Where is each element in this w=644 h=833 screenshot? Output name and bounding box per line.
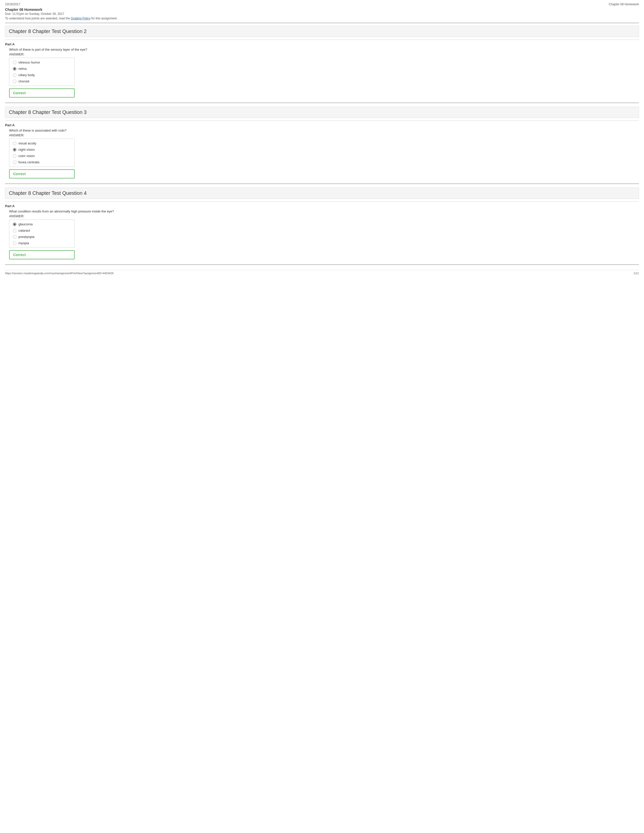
part-label-2: Part A [5,123,639,127]
assignment-title: Chapter 08 Homework [5,8,639,11]
date-label: 10/19/2017 [5,3,20,6]
radio-1-1[interactable] [13,61,16,64]
choice-label-2-4: fovea centralis [18,160,40,164]
choice-label-3-3: presbyopia [18,235,35,239]
choice-item-1-2[interactable]: retina [13,67,71,71]
choice-label-1-4: choroid [18,79,29,83]
radio-3-1[interactable] [13,223,16,226]
question-text-3: What condition results from an abnormall… [9,209,639,213]
question-title-1: Chapter 8 Chapter Test Question 2 [5,26,639,37]
question-block-1: Chapter 8 Chapter Test Question 2Part AW… [5,26,639,98]
choice-label-2-3: color vision [18,154,35,158]
answer-label-1: ANSWER: [9,52,639,56]
choice-label-3-4: myopia [18,241,29,245]
grading-policy-line: To understand how points are awarded, re… [5,17,639,20]
radio-2-4[interactable] [13,161,16,164]
choice-label-1-3: ciliary body [18,73,35,77]
grading-text-before: To understand how points are awarded, re… [5,17,71,20]
top-divider [5,23,639,23]
grading-policy-link[interactable]: Grading Policy [71,17,90,20]
question-text-1: Which of these is part of the sensory la… [9,48,639,51]
due-date: Due: 11:51pm on Sunday, October 29, 2017 [5,12,639,16]
question-divider-3 [5,201,639,202]
question-title-3: Chapter 8 Chapter Test Question 4 [5,188,639,199]
question-block-2: Chapter 8 Chapter Test Question 3Part AW… [5,107,639,178]
answer-label-2: ANSWER: [9,133,639,137]
choice-item-1-1[interactable]: vitreous humor [13,61,71,64]
choice-label-1-2: retina [18,67,27,71]
choice-label-2-1: visual acuity [18,142,36,145]
choice-label-3-1: glaucoma [18,222,32,226]
choice-item-2-4[interactable]: fovea centralis [13,160,71,164]
choice-item-3-4[interactable]: myopia [13,241,71,245]
footer-page: 1/11 [634,272,639,275]
radio-3-2[interactable] [13,229,16,232]
question-block-3: Chapter 8 Chapter Test Question 4Part AW… [5,188,639,259]
grading-text-after: for this assignment. [90,17,118,20]
section-divider-2 [5,183,639,184]
radio-1-4[interactable] [13,80,16,83]
page-header: 10/19/2017 Chapter 08 Homework [5,3,639,6]
part-label-3: Part A [5,204,639,208]
radio-1-2[interactable] [13,67,16,71]
choice-item-3-1[interactable]: glaucoma [13,222,71,226]
choice-item-3-2[interactable]: cataract [13,228,71,232]
choice-item-1-4[interactable]: choroid [13,79,71,83]
choices-box-2: visual acuitynight visioncolor visionfov… [9,138,75,167]
question-text-2: Which of these is associated with rods? [9,129,639,132]
radio-2-1[interactable] [13,142,16,145]
choice-item-2-1[interactable]: visual acuity [13,142,71,145]
correct-badge-3: Correct [9,250,75,259]
question-divider-2 [5,121,639,121]
radio-1-3[interactable] [13,73,16,77]
correct-badge-1: Correct [9,88,75,98]
choice-item-3-3[interactable]: presbyopia [13,235,71,239]
answer-label-3: ANSWER: [9,214,639,218]
center-title: Chapter 08 Homework [609,3,639,6]
page-footer: https://session.masteringaandp.com/myct/… [5,270,639,275]
choice-label-1-1: vitreous humor [18,61,40,64]
section-divider-1 [5,103,639,103]
choice-label-2-2: night vision [18,148,35,151]
radio-3-4[interactable] [13,241,16,245]
section-divider-3 [5,264,639,265]
choice-item-1-3[interactable]: ciliary body [13,73,71,77]
part-label-1: Part A [5,42,639,46]
choice-label-3-2: cataract [18,228,30,232]
choices-box-3: glaucomacataractpresbyopiamyopia [9,220,75,248]
choice-item-2-2[interactable]: night vision [13,148,71,151]
radio-2-2[interactable] [13,148,16,151]
question-title-2: Chapter 8 Chapter Test Question 3 [5,107,639,118]
questions-container: Chapter 8 Chapter Test Question 2Part AW… [5,26,639,265]
choices-box-1: vitreous humorretinaciliary bodychoroid [9,58,75,86]
correct-badge-2: Correct [9,169,75,178]
radio-2-3[interactable] [13,154,16,158]
footer-url: https://session.masteringaandp.com/myct/… [5,272,114,275]
choice-item-2-3[interactable]: color vision [13,154,71,158]
radio-3-3[interactable] [13,235,16,239]
